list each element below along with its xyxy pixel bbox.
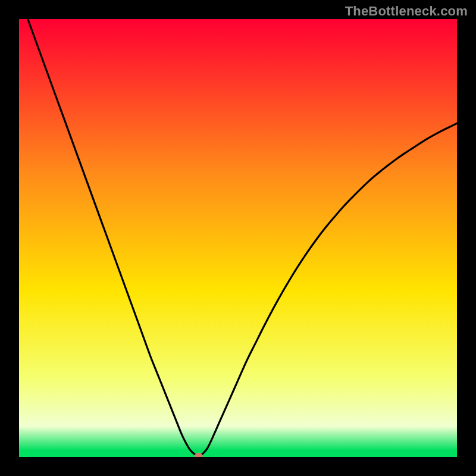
- gradient-bg: [19, 19, 457, 457]
- bottleneck-chart: [19, 19, 457, 457]
- chart-frame: { "watermark": "TheBottleneck.com", "col…: [0, 0, 476, 476]
- watermark-text: TheBottleneck.com: [345, 4, 468, 19]
